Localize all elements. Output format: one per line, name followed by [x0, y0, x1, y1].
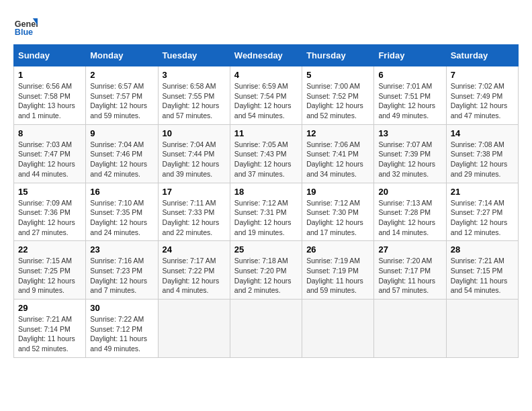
day-number: 15	[18, 187, 81, 197]
svg-text:Blue: Blue	[15, 28, 33, 37]
calendar-week-4: 22Sunrise: 7:15 AM Sunset: 7:25 PM Dayli…	[14, 241, 519, 300]
calendar-day: 13Sunrise: 7:07 AM Sunset: 7:39 PM Dayli…	[374, 124, 446, 183]
day-number: 8	[18, 128, 81, 138]
day-number: 19	[306, 187, 369, 197]
calendar-day: 28Sunrise: 7:21 AM Sunset: 7:15 PM Dayli…	[446, 241, 518, 300]
day-info: Sunrise: 7:09 AM Sunset: 7:36 PM Dayligh…	[18, 198, 81, 238]
calendar-day	[230, 300, 302, 358]
weekday-header-thursday: Thursday	[302, 45, 374, 66]
day-number: 26	[306, 244, 369, 255]
calendar-day	[446, 300, 518, 358]
day-info: Sunrise: 6:56 AM Sunset: 7:58 PM Dayligh…	[18, 81, 81, 121]
calendar-day: 9Sunrise: 7:04 AM Sunset: 7:46 PM Daylig…	[86, 124, 158, 183]
calendar-day: 24Sunrise: 7:17 AM Sunset: 7:22 PM Dayli…	[158, 241, 230, 300]
day-info: Sunrise: 7:14 AM Sunset: 7:27 PM Dayligh…	[451, 198, 514, 238]
day-number: 23	[90, 244, 153, 255]
day-number: 16	[90, 187, 153, 197]
calendar-day: 16Sunrise: 7:10 AM Sunset: 7:35 PM Dayli…	[86, 183, 158, 241]
day-number: 14	[451, 128, 514, 138]
day-info: Sunrise: 7:22 AM Sunset: 7:12 PM Dayligh…	[90, 314, 153, 354]
day-number: 5	[306, 70, 369, 80]
calendar-day: 5Sunrise: 7:00 AM Sunset: 7:52 PM Daylig…	[302, 66, 374, 125]
day-number: 3	[163, 70, 226, 80]
calendar-week-1: 1Sunrise: 6:56 AM Sunset: 7:58 PM Daylig…	[14, 66, 519, 125]
weekday-header-friday: Friday	[374, 45, 446, 66]
day-info: Sunrise: 6:59 AM Sunset: 7:54 PM Dayligh…	[234, 81, 298, 121]
calendar-day: 10Sunrise: 7:04 AM Sunset: 7:44 PM Dayli…	[158, 124, 230, 183]
day-info: Sunrise: 7:20 AM Sunset: 7:17 PM Dayligh…	[378, 256, 441, 295]
calendar-day: 8Sunrise: 7:03 AM Sunset: 7:47 PM Daylig…	[14, 124, 86, 183]
day-number: 1	[18, 70, 81, 80]
day-number: 18	[234, 187, 298, 197]
calendar-day: 20Sunrise: 7:13 AM Sunset: 7:28 PM Dayli…	[374, 183, 446, 241]
calendar-day: 26Sunrise: 7:19 AM Sunset: 7:19 PM Dayli…	[302, 241, 374, 300]
calendar-day: 6Sunrise: 7:01 AM Sunset: 7:51 PM Daylig…	[374, 66, 446, 125]
day-number: 13	[378, 128, 441, 138]
calendar-day: 18Sunrise: 7:12 AM Sunset: 7:31 PM Dayli…	[230, 183, 302, 241]
page-header: General Blue	[13, 13, 519, 38]
day-info: Sunrise: 7:12 AM Sunset: 7:30 PM Dayligh…	[306, 198, 369, 238]
day-number: 24	[163, 244, 226, 255]
calendar-day: 22Sunrise: 7:15 AM Sunset: 7:25 PM Dayli…	[14, 241, 86, 300]
day-number: 29	[18, 303, 81, 313]
day-number: 22	[18, 244, 81, 255]
day-number: 2	[90, 70, 153, 80]
weekday-header-wednesday: Wednesday	[230, 45, 302, 66]
calendar-day: 7Sunrise: 7:02 AM Sunset: 7:49 PM Daylig…	[446, 66, 518, 125]
day-info: Sunrise: 7:17 AM Sunset: 7:22 PM Dayligh…	[163, 256, 226, 295]
day-info: Sunrise: 7:18 AM Sunset: 7:20 PM Dayligh…	[234, 256, 298, 295]
calendar-week-2: 8Sunrise: 7:03 AM Sunset: 7:47 PM Daylig…	[14, 124, 519, 183]
day-number: 17	[163, 187, 226, 197]
calendar-day	[374, 300, 446, 358]
day-info: Sunrise: 7:19 AM Sunset: 7:19 PM Dayligh…	[306, 256, 369, 295]
calendar-day: 21Sunrise: 7:14 AM Sunset: 7:27 PM Dayli…	[446, 183, 518, 241]
calendar-day	[158, 300, 230, 358]
day-number: 10	[163, 128, 226, 138]
day-info: Sunrise: 7:02 AM Sunset: 7:49 PM Dayligh…	[451, 81, 514, 121]
day-number: 25	[234, 244, 298, 255]
day-info: Sunrise: 7:05 AM Sunset: 7:43 PM Dayligh…	[234, 140, 298, 179]
calendar-week-3: 15Sunrise: 7:09 AM Sunset: 7:36 PM Dayli…	[14, 183, 519, 241]
calendar-day: 11Sunrise: 7:05 AM Sunset: 7:43 PM Dayli…	[230, 124, 302, 183]
day-info: Sunrise: 7:04 AM Sunset: 7:46 PM Dayligh…	[90, 140, 153, 179]
day-number: 28	[451, 244, 514, 255]
calendar-day: 19Sunrise: 7:12 AM Sunset: 7:30 PM Dayli…	[302, 183, 374, 241]
day-info: Sunrise: 7:21 AM Sunset: 7:15 PM Dayligh…	[451, 256, 514, 295]
weekday-header-tuesday: Tuesday	[158, 45, 230, 66]
day-info: Sunrise: 7:03 AM Sunset: 7:47 PM Dayligh…	[18, 140, 81, 179]
day-number: 7	[451, 70, 514, 80]
day-number: 6	[378, 70, 441, 80]
day-info: Sunrise: 6:58 AM Sunset: 7:55 PM Dayligh…	[163, 81, 226, 121]
day-number: 11	[234, 128, 298, 138]
day-info: Sunrise: 7:13 AM Sunset: 7:28 PM Dayligh…	[378, 198, 441, 238]
day-number: 4	[234, 70, 298, 80]
calendar-day: 29Sunrise: 7:21 AM Sunset: 7:14 PM Dayli…	[14, 300, 86, 358]
day-info: Sunrise: 7:15 AM Sunset: 7:25 PM Dayligh…	[18, 256, 81, 295]
calendar-day: 3Sunrise: 6:58 AM Sunset: 7:55 PM Daylig…	[158, 66, 230, 125]
weekday-header-sunday: Sunday	[14, 45, 86, 66]
day-number: 27	[378, 244, 441, 255]
calendar-day: 2Sunrise: 6:57 AM Sunset: 7:57 PM Daylig…	[86, 66, 158, 125]
day-info: Sunrise: 7:01 AM Sunset: 7:51 PM Dayligh…	[378, 81, 441, 121]
day-info: Sunrise: 7:16 AM Sunset: 7:23 PM Dayligh…	[90, 256, 153, 295]
day-info: Sunrise: 7:04 AM Sunset: 7:44 PM Dayligh…	[163, 140, 226, 179]
day-number: 9	[90, 128, 153, 138]
calendar-day	[302, 300, 374, 358]
weekday-header-monday: Monday	[86, 45, 158, 66]
calendar-day: 4Sunrise: 6:59 AM Sunset: 7:54 PM Daylig…	[230, 66, 302, 125]
day-info: Sunrise: 7:07 AM Sunset: 7:39 PM Dayligh…	[378, 140, 441, 179]
day-info: Sunrise: 7:06 AM Sunset: 7:41 PM Dayligh…	[306, 140, 369, 179]
calendar-table: SundayMondayTuesdayWednesdayThursdayFrid…	[13, 44, 519, 358]
day-info: Sunrise: 7:12 AM Sunset: 7:31 PM Dayligh…	[234, 198, 298, 238]
day-number: 30	[90, 303, 153, 313]
calendar-day: 25Sunrise: 7:18 AM Sunset: 7:20 PM Dayli…	[230, 241, 302, 300]
day-info: Sunrise: 7:21 AM Sunset: 7:14 PM Dayligh…	[18, 314, 81, 354]
calendar-day: 23Sunrise: 7:16 AM Sunset: 7:23 PM Dayli…	[86, 241, 158, 300]
day-number: 20	[378, 187, 441, 197]
day-info: Sunrise: 6:57 AM Sunset: 7:57 PM Dayligh…	[90, 81, 153, 121]
calendar-day: 17Sunrise: 7:11 AM Sunset: 7:33 PM Dayli…	[158, 183, 230, 241]
day-number: 12	[306, 128, 369, 138]
calendar-day: 14Sunrise: 7:08 AM Sunset: 7:38 PM Dayli…	[446, 124, 518, 183]
calendar-day: 1Sunrise: 6:56 AM Sunset: 7:58 PM Daylig…	[14, 66, 86, 125]
day-number: 21	[451, 187, 514, 197]
